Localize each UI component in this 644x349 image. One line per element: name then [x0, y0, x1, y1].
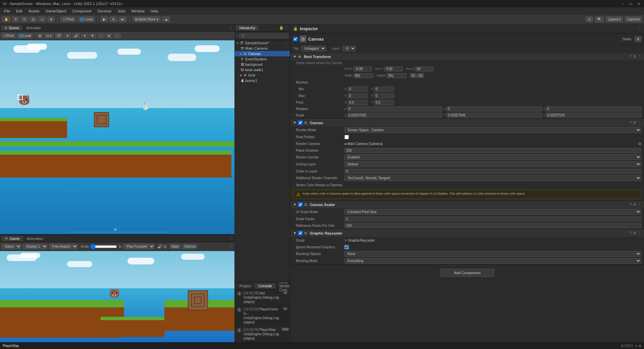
canvas-enabled-checkbox[interactable]: [298, 120, 303, 125]
menu-gameobject[interactable]: GameObject: [43, 8, 69, 14]
object-active-checkbox[interactable]: [293, 37, 298, 41]
inspector-options[interactable]: ⋮: [638, 27, 641, 31]
hier-bunny[interactable]: 🐇 bunny1: [235, 78, 290, 83]
ref-pixels-input[interactable]: [344, 223, 641, 228]
animation-tab[interactable]: Animation: [23, 236, 47, 241]
close-button[interactable]: ✕: [636, 1, 641, 6]
hierarchy-options[interactable]: ⋮: [285, 26, 288, 30]
render-camera-picker[interactable]: ⊙: [638, 142, 641, 146]
step-button[interactable]: ⏭: [119, 16, 127, 22]
hier-bear-walk[interactable]: 🐻 bear-walk1: [235, 67, 290, 72]
scaler-settings-icon[interactable]: ⚙: [633, 202, 636, 207]
menu-help[interactable]: Help: [148, 8, 161, 14]
layer-dropdown[interactable]: UI: [342, 46, 356, 51]
minimize-button[interactable]: ─: [620, 1, 625, 6]
hier-event-system[interactable]: ⚙ EventSystem: [235, 56, 290, 62]
search-button[interactable]: 🔍: [595, 16, 604, 22]
blocking-mask-dropdown[interactable]: Everything: [344, 258, 641, 264]
pivot-y-input[interactable]: [374, 100, 394, 105]
console-entry-2[interactable]: ℹ [19:03:49] PlayerStay. UnityEngine.Deb…: [235, 326, 290, 342]
display-dropdown[interactable]: Display 1: [23, 244, 48, 249]
rect-settings-icon[interactable]: ⚙: [633, 54, 636, 59]
game-tab[interactable]: 🎮 Game: [1, 236, 23, 241]
canvas-scaler-enabled[interactable]: [298, 202, 303, 207]
height-lock-btn[interactable]: ⊡: [417, 73, 424, 78]
scale-z-input[interactable]: [546, 113, 641, 118]
pos-z-input[interactable]: [415, 66, 433, 71]
tool-move[interactable]: ✛: [12, 16, 19, 22]
hier-background[interactable]: 🖼 backgroud: [235, 62, 290, 67]
menu-edit[interactable]: Edit: [13, 8, 25, 14]
scene-grid-btn[interactable]: ⊞: [37, 33, 43, 38]
ui-scale-mode-dropdown[interactable]: Constant Pixel Size: [344, 209, 641, 215]
static-dropdown[interactable]: ▾: [635, 36, 641, 42]
raycaster-help-icon[interactable]: ?: [630, 231, 632, 235]
scale-y-input[interactable]: [446, 113, 542, 118]
canvas-settings-icon[interactable]: ⚙: [633, 120, 636, 125]
height-input[interactable]: [386, 73, 407, 78]
blocking-objects-dropdown[interactable]: None: [344, 251, 641, 257]
tool-rotate[interactable]: ↻: [21, 16, 28, 22]
asset-store-button[interactable]: ⊞ Asset Store ▾: [132, 16, 161, 22]
pivot-x-input[interactable]: [347, 100, 368, 105]
add-hierarchy-btn[interactable]: +: [236, 34, 238, 38]
play-focused-dropdown[interactable]: Play Focused: [123, 244, 155, 249]
scene-hide-btn[interactable]: 👁: [89, 33, 96, 38]
menu-services[interactable]: Services: [95, 8, 114, 14]
speaker-icon[interactable]: 🔊: [157, 244, 162, 249]
scene-local-btn[interactable]: 🌐Local: [17, 33, 33, 38]
scaler-help-icon[interactable]: ?: [630, 202, 632, 207]
hierarchy-lock[interactable]: 🔒: [279, 26, 284, 30]
hierarchy-tab[interactable]: Hierarchy: [236, 25, 259, 31]
scene-tab-options[interactable]: ⋮: [229, 26, 233, 30]
menu-jobs[interactable]: Jobs: [115, 8, 128, 14]
anchor-min-x-input[interactable]: [347, 87, 368, 92]
rect-transform-header[interactable]: ▼ ⊕ Rect Transform ? ⚙ ⋮: [290, 53, 644, 60]
cloud-button[interactable]: ☁: [162, 16, 170, 22]
pos-y-input[interactable]: [384, 66, 403, 71]
console-entry-1[interactable]: ℹ [19:03:50] PlayerCome in... UnityEngin…: [235, 306, 290, 326]
game-view-options[interactable]: ⋮: [229, 244, 233, 249]
tag-dropdown[interactable]: Untagged: [301, 46, 326, 51]
game-label-dropdown[interactable]: Game: [1, 244, 21, 249]
order-in-layer-input[interactable]: [344, 169, 641, 174]
layout-button[interactable]: Layout ▾: [625, 16, 642, 22]
anchor-max-x-input[interactable]: [347, 93, 368, 98]
console-tab[interactable]: Console: [255, 283, 275, 289]
additional-shader-dropdown[interactable]: TexCoord1, Normal, Tangent: [344, 175, 641, 181]
plane-distance-input[interactable]: [344, 148, 641, 153]
scene-pivot-btn[interactable]: ☉Pivot: [1, 33, 16, 38]
collab-button[interactable]: ⊙: [586, 16, 593, 22]
aspect-dropdown[interactable]: Free Aspect: [49, 244, 78, 249]
ignore-reversed-checkbox[interactable]: [344, 245, 349, 249]
tool-rect[interactable]: ▭: [38, 16, 46, 22]
scene-light-btn[interactable]: ☀: [64, 33, 71, 38]
hier-main-camera[interactable]: 📷 Main Camera: [235, 46, 290, 51]
rect-help-icon[interactable]: ?: [630, 54, 632, 59]
scale-factor-input[interactable]: [344, 216, 641, 221]
raycaster-more-icon[interactable]: ⋮: [638, 231, 641, 235]
maximize-button[interactable]: ▭: [628, 1, 633, 6]
width-lock-btn[interactable]: ⊡: [410, 73, 417, 78]
scene-options-btn[interactable]: ⋮: [113, 33, 121, 38]
anchor-max-y-input[interactable]: [374, 93, 394, 98]
local-button[interactable]: 🌐 Local: [77, 16, 95, 22]
canvas-more-icon[interactable]: ⋮: [638, 120, 641, 125]
canvas-help-icon[interactable]: ?: [630, 120, 632, 125]
graphic-raycaster-header[interactable]: ▼ ⊡ Graphic Raycaster ? ⚙ ⋮: [290, 229, 644, 237]
scene-audio-btn[interactable]: 🔊: [72, 33, 80, 38]
width-input[interactable]: [353, 73, 373, 78]
tool-transform[interactable]: ⊕: [47, 16, 55, 22]
hier-grid[interactable]: ▶ ⊞ Grid: [235, 72, 290, 78]
hier-canvas[interactable]: ▶ ⊡ Canvas: [235, 51, 290, 56]
tool-scale[interactable]: ⊡: [30, 16, 37, 22]
raycaster-settings-icon[interactable]: ⚙: [633, 231, 636, 235]
anchor-min-y-input[interactable]: [374, 87, 394, 92]
scaler-more-icon[interactable]: ⋮: [638, 202, 641, 207]
sorting-layer-dropdown[interactable]: Default: [344, 161, 641, 167]
game-viewport[interactable]: 🐻: [0, 251, 234, 349]
pixel-perfect-checkbox[interactable]: [344, 135, 349, 139]
raycaster-enabled[interactable]: [298, 231, 303, 235]
render-mode-dropdown[interactable]: Screen Space - Camera: [344, 127, 641, 133]
scene-tab[interactable]: ⊙ Scene: [1, 25, 22, 31]
